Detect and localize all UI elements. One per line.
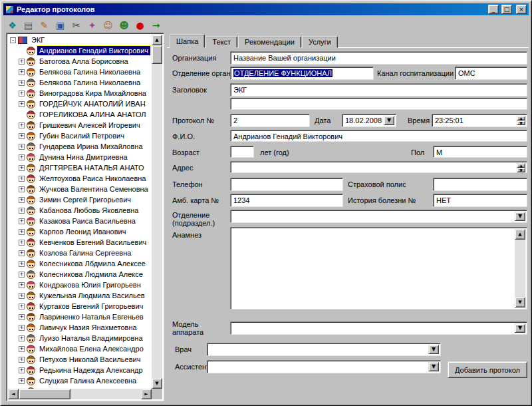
tree-item[interactable]: +Козлова Галина Сергеевна: [8, 248, 152, 258]
unit-dropdown-icon[interactable]: ▼: [515, 212, 525, 221]
tree-item[interactable]: +Дунина Нина Дмитриевна: [8, 152, 152, 162]
expand-icon[interactable]: +: [19, 154, 25, 160]
tree-item[interactable]: +Слуцкая Галина Алексеевна: [8, 375, 152, 386]
device-dropdown-icon[interactable]: ▼: [515, 323, 525, 333]
tree-item[interactable]: +Кондракова Юлия Григорьевн: [8, 280, 152, 290]
doctor-dropdown-icon[interactable]: ▼: [428, 345, 439, 354]
expand-icon[interactable]: +: [19, 335, 25, 341]
expand-icon[interactable]: +: [19, 144, 25, 150]
scroll-up-icon[interactable]: ▲: [515, 229, 525, 240]
cut-icon[interactable]: ✂: [69, 18, 83, 32]
edit-protocol-icon[interactable]: ✎: [37, 18, 51, 32]
date-field[interactable]: 18.02.2008 ▼: [342, 114, 396, 127]
globe-icon[interactable]: ❖: [5, 18, 19, 32]
tree-item[interactable]: +Луизо Наталья Владимировна: [8, 333, 152, 343]
tab-uslugi[interactable]: Услуги: [302, 36, 338, 48]
spin-up-icon[interactable]: ▲: [517, 116, 525, 120]
expand-icon[interactable]: +: [19, 367, 25, 373]
tree-item[interactable]: +Казакова Раиса Васильевна: [8, 216, 152, 226]
scrollbar-thumb[interactable]: [19, 389, 70, 399]
expand-icon[interactable]: +: [19, 272, 25, 278]
expand-icon[interactable]: +: [19, 346, 25, 352]
exit-icon[interactable]: →: [149, 18, 163, 32]
tree-item[interactable]: +Виноградова Кира Михайловна: [8, 88, 152, 99]
tree-item[interactable]: +Петухов Николай Васильевич: [8, 354, 152, 365]
scroll-down-icon[interactable]: ▼: [152, 378, 162, 389]
tree-item[interactable]: ГОРЕЛИКОВА АЛИНА АНАТОЛ: [8, 109, 152, 120]
expand-icon[interactable]: +: [19, 282, 25, 288]
unit-combobox[interactable]: ▼: [230, 210, 527, 223]
expand-icon[interactable]: +: [19, 101, 25, 107]
scrollbar-thumb[interactable]: [152, 45, 162, 64]
header2-field[interactable]: [230, 98, 527, 110]
tree-item[interactable]: +ГОРДЕЙЧУК АНАТОЛИЙ ИВАН: [8, 99, 152, 109]
print-icon[interactable]: ▤: [21, 18, 35, 32]
tab-shapka[interactable]: Шапка: [170, 34, 205, 48]
spin-down-icon[interactable]: ▼: [517, 168, 525, 172]
expand-icon[interactable]: +: [19, 357, 25, 363]
tree-item[interactable]: +Жучкова Валентина Семеновна: [8, 184, 152, 194]
header-field[interactable]: ЭКГ: [230, 83, 527, 97]
tree-item[interactable]: +Карпов Леонид Иванович: [8, 226, 152, 237]
record-icon[interactable]: ●: [133, 18, 147, 32]
tree-item[interactable]: +Зимин Сергей Григорьевич: [8, 194, 152, 205]
expand-icon[interactable]: +: [19, 69, 25, 75]
patients-group-icon[interactable]: ☻: [117, 18, 131, 32]
copy-icon[interactable]: ▣: [53, 18, 67, 32]
expand-icon[interactable]: +: [19, 176, 25, 182]
tree-item[interactable]: +Куртаков Евгений Григорьевич: [8, 301, 152, 311]
date-dropdown-icon[interactable]: ▼: [384, 116, 394, 125]
tree-item[interactable]: +Белякова Галина Николаевна: [8, 67, 152, 77]
expand-icon[interactable]: +: [19, 250, 25, 256]
expand-icon[interactable]: +: [19, 59, 25, 65]
maximize-button[interactable]: □: [501, 5, 512, 14]
expand-icon[interactable]: +: [19, 91, 25, 97]
protocol-number-field[interactable]: 2: [230, 114, 310, 127]
close-button[interactable]: ×: [516, 5, 527, 14]
address-field[interactable]: ▲ ▼: [230, 161, 527, 173]
tree-item[interactable]: +Желтоухова Раиса Николаевна: [8, 173, 152, 184]
collapse-icon[interactable]: -: [10, 37, 16, 43]
tree-item[interactable]: +Белякова Галина Николаевна: [8, 77, 152, 88]
expand-icon[interactable]: +: [19, 304, 25, 309]
time-field[interactable]: 23:25:01 ▲ ▼: [432, 114, 527, 127]
history-field[interactable]: НЕТ: [433, 194, 527, 207]
tree-item[interactable]: +Батогова Алла Борисовна: [8, 56, 152, 67]
tree-item[interactable]: +Губин Василий Петрович: [8, 130, 152, 141]
assistant-combobox[interactable]: ▼: [207, 360, 441, 373]
add-protocol-button[interactable]: Добавить протокол: [448, 361, 527, 378]
patient-icon[interactable]: ☺: [101, 18, 115, 32]
tree-item[interactable]: Андрианов Генадий Викторович: [8, 45, 152, 56]
expand-icon[interactable]: +: [19, 197, 25, 203]
tree-item[interactable]: +Михайлова Елена Александро: [8, 343, 152, 354]
expand-icon[interactable]: +: [19, 133, 25, 139]
expand-icon[interactable]: +: [19, 80, 25, 86]
expand-icon[interactable]: +: [19, 218, 25, 224]
tab-tekst[interactable]: Текст: [205, 36, 237, 48]
age-field[interactable]: [230, 146, 254, 158]
expand-icon[interactable]: +: [19, 165, 25, 171]
channel-field[interactable]: ОМС: [455, 67, 527, 80]
expand-icon[interactable]: +: [19, 325, 25, 331]
tree-item[interactable]: +Кабанова Любовь Яковлевна: [8, 205, 152, 216]
expand-icon[interactable]: +: [19, 208, 25, 214]
assistant-dropdown-icon[interactable]: ▼: [428, 362, 439, 371]
tree-item[interactable]: +Гришкевич Алексей Игоревич: [8, 120, 152, 130]
tree-item[interactable]: +Гундарева Ирина Михайловна: [8, 141, 152, 152]
expand-icon[interactable]: +: [19, 240, 25, 246]
department-field[interactable]: ОТДЕЛЕНИЕ ФУНКЦИОНАЛ: [230, 67, 374, 80]
sex-field[interactable]: М: [433, 146, 527, 158]
tree-item[interactable]: +Ливичук Назия Янахметовна: [8, 322, 152, 333]
spin-up-icon[interactable]: ▲: [517, 163, 525, 168]
expand-icon[interactable]: +: [19, 261, 25, 267]
expand-icon[interactable]: +: [19, 229, 25, 235]
tree-item[interactable]: +Лавриненко Наталья Евгеньев: [8, 311, 152, 322]
minimize-button[interactable]: _: [488, 5, 499, 14]
tree-vertical-scrollbar[interactable]: ▲ ▼: [152, 35, 162, 389]
scroll-down-icon[interactable]: ▼: [515, 297, 525, 307]
policy-field[interactable]: [433, 178, 527, 191]
scroll-right-icon[interactable]: ►: [141, 389, 152, 399]
tree-item[interactable]: +ДЯГТЯРЕВА НАТАЛЬЯ АНАТО: [8, 162, 152, 173]
amb-card-field[interactable]: 1234: [230, 194, 343, 207]
tree-root[interactable]: - ЭКГ: [8, 35, 152, 45]
